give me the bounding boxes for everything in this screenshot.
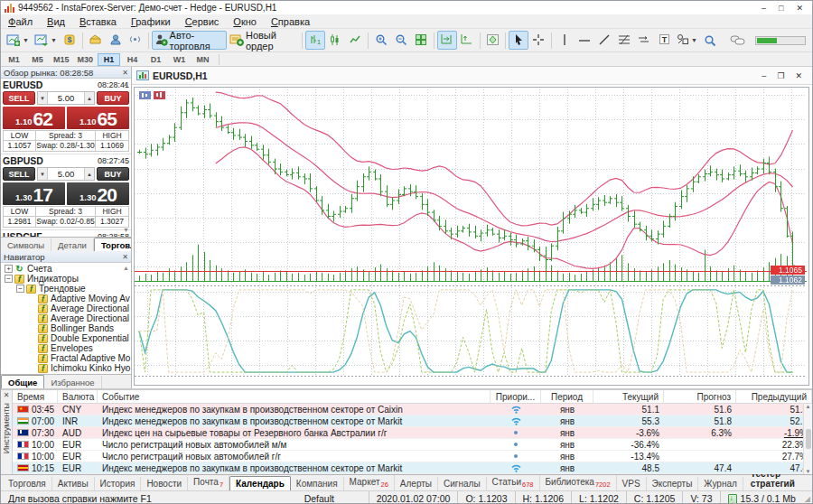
equidistant-channel-button[interactable] — [634, 31, 654, 50]
chart-plot-area[interactable] — [134, 87, 809, 386]
menu-item-справка[interactable]: Справка — [264, 15, 317, 28]
bottom-tab-сигналы[interactable]: Сигналы — [438, 477, 487, 490]
navigator-tab-избранное[interactable]: Избранное — [44, 376, 101, 388]
menu-item-сервис[interactable]: Сервис — [178, 15, 227, 28]
search-button[interactable] — [700, 31, 720, 50]
tree-item-double-exponential[interactable]: fDouble Exponential — [1, 333, 131, 343]
market-watch-close-icon[interactable]: ✕ — [122, 69, 128, 77]
chart-bars-button[interactable]: 1 — [305, 31, 325, 50]
calendar-column-3[interactable]: Событие — [98, 390, 491, 403]
bid-price-box[interactable]: 1.3017 — [3, 182, 65, 205]
bid-price-box[interactable]: 1.1062 — [3, 107, 65, 129]
horizontal-line-button[interactable] — [575, 31, 594, 50]
volume-stepper[interactable]: ▼5.00▲ — [37, 91, 95, 105]
timeframe-d1[interactable]: D1 — [145, 53, 167, 66]
scroll-down-arrow-icon[interactable]: ▼ — [806, 469, 811, 474]
volume-decrease-icon[interactable]: ▼ — [38, 168, 48, 180]
community-button[interactable] — [106, 31, 126, 50]
volume-increase-icon[interactable]: ▲ — [84, 168, 94, 180]
price-chart-canvas[interactable] — [135, 88, 807, 385]
bottom-tab-vps[interactable]: VPS — [617, 477, 647, 490]
zoom-in-button[interactable] — [371, 31, 391, 50]
market-watch-tab-детали[interactable]: Детали — [51, 238, 94, 251]
tree-item-fractal-adaptive-mo[interactable]: fFractal Adaptive Mo — [1, 353, 131, 363]
bottom-tab-алерты[interactable]: Алерты — [395, 477, 438, 490]
calendar-row[interactable]: 07:00INRИндекс менеджеров по закупкам в … — [13, 415, 812, 427]
calendar-column-1[interactable]: Время — [13, 390, 58, 403]
calendar-row[interactable]: 07:30AUDИндекс цен на сырьевые товары от… — [13, 427, 812, 439]
navigator-scroll-up-icon[interactable]: ▲ — [123, 265, 129, 271]
timeframe-mn[interactable]: MN — [192, 53, 214, 66]
market-button[interactable] — [86, 31, 106, 50]
navigator-scroll-down-icon[interactable]: ▼ — [123, 366, 129, 372]
history-center-button[interactable]: $ — [60, 31, 79, 50]
chart-restore-button[interactable]: ❐ — [777, 70, 784, 81]
chart-minimize-button[interactable]: – — [762, 70, 766, 81]
bottom-tab-компания[interactable]: Компания — [291, 477, 344, 490]
chart-close-button[interactable]: ✕ — [795, 70, 802, 81]
buy-button[interactable]: BUY — [97, 167, 129, 181]
timeframe-m1[interactable]: M1 — [3, 53, 25, 66]
bottom-tab-маркет[interactable]: Маркет26 — [344, 475, 395, 490]
tree-item-average-directional[interactable]: fAverage Directional — [1, 303, 131, 313]
navigator-close-icon[interactable]: ✕ — [122, 253, 128, 261]
status-profile[interactable]: Default — [297, 491, 369, 504]
ask-price-box[interactable]: 1.3020 — [67, 182, 129, 205]
chart-candles-button[interactable] — [325, 31, 345, 50]
tile-windows-button[interactable] — [411, 31, 431, 50]
scrollbar-thumb[interactable] — [806, 429, 811, 449]
timeframe-m15[interactable]: M15 — [50, 53, 73, 66]
fibonacci-button[interactable] — [614, 31, 634, 50]
calendar-column-2[interactable]: Валюта — [58, 390, 98, 403]
bottom-tab-история[interactable]: История — [95, 477, 142, 490]
menu-item-файл[interactable]: Файл — [1, 15, 40, 28]
calendar-column-7[interactable]: Прогноз — [664, 390, 736, 403]
calendar-row[interactable]: 10:00EURЧисло регистраций новых автомоби… — [13, 451, 812, 462]
menu-item-окно[interactable]: Окно — [226, 15, 264, 28]
bottom-tab-почта[interactable]: Почта7 — [188, 475, 229, 490]
tree-item-bollinger-bands[interactable]: fBollinger Bands — [1, 323, 131, 333]
autotrade-button[interactable]: Авто-торговля — [152, 31, 227, 50]
close-button[interactable]: ✕ — [796, 3, 803, 14]
timeframe-h1[interactable]: H1 — [98, 53, 120, 66]
auto-scroll-button[interactable] — [437, 31, 457, 50]
indicators-dialog-button[interactable] — [482, 31, 502, 50]
volume-stepper[interactable]: ▼5.00▲ — [37, 167, 95, 181]
tree-toggle-icon[interactable]: + — [5, 265, 13, 273]
tree-item-average-directional[interactable]: fAverage Directional — [1, 313, 131, 323]
text-label-button[interactable]: T — [654, 31, 674, 50]
volume-decrease-icon[interactable]: ▼ — [38, 92, 48, 104]
calendar-column-8[interactable]: Предыдущий — [736, 390, 812, 403]
calendar-column-6[interactable]: Текущий — [593, 390, 664, 403]
calendar-row[interactable]: ★03:45CNYИндекс менеджеров по закупкам в… — [13, 404, 812, 415]
calendar-row[interactable]: 10:15EURИндекс менеджеров по закупкам в … — [13, 462, 812, 474]
tree-item-индикаторы[interactable]: −fИндикаторы — [1, 274, 131, 284]
tree-item-ichimoku-kinko-hyo[interactable]: fIchimoku Kinko Hyo — [1, 363, 131, 373]
navigator-tab-общие[interactable]: Общие — [1, 375, 44, 388]
chat-button[interactable] — [727, 31, 748, 50]
shapes-button[interactable]: ▼ — [674, 31, 700, 50]
market-watch-scroll-down-icon[interactable]: ▼ — [123, 227, 129, 233]
tree-item-трендовые[interactable]: −fТрендовые — [1, 284, 131, 294]
zoom-out-button[interactable] — [391, 31, 411, 50]
timeframe-m30[interactable]: M30 — [74, 53, 98, 66]
new-chart-button[interactable]: ▼ — [4, 31, 32, 50]
sell-button[interactable]: SELL — [3, 167, 35, 181]
tree-item-счета[interactable]: +↻Счета — [1, 264, 131, 274]
bottom-tab-эксперты[interactable]: Эксперты — [647, 477, 699, 490]
ask-price-box[interactable]: 1.1065 — [67, 107, 129, 129]
maximize-button[interactable]: □ — [779, 3, 783, 14]
market-watch-scroll-up-icon[interactable]: ▲ — [123, 80, 129, 87]
menu-item-вид[interactable]: Вид — [40, 15, 72, 28]
bottom-tab-активы[interactable]: Активы — [52, 477, 95, 490]
bottom-tab-журнал[interactable]: Журнал — [698, 477, 743, 490]
buy-button[interactable]: BUY — [97, 91, 129, 105]
bottom-tab-новости[interactable]: Новости — [141, 477, 188, 490]
tree-toggle-icon[interactable]: − — [16, 285, 24, 293]
tree-item-adaptive-moving-av[interactable]: fAdaptive Moving Av — [1, 294, 131, 303]
bottom-tab-библиотека[interactable]: Библиотека7202 — [540, 475, 617, 490]
timeframe-h4[interactable]: H4 — [121, 53, 144, 66]
trendline-button[interactable] — [594, 31, 614, 50]
volume-value[interactable]: 5.00 — [48, 169, 84, 179]
chart-shift-button[interactable] — [457, 31, 477, 50]
